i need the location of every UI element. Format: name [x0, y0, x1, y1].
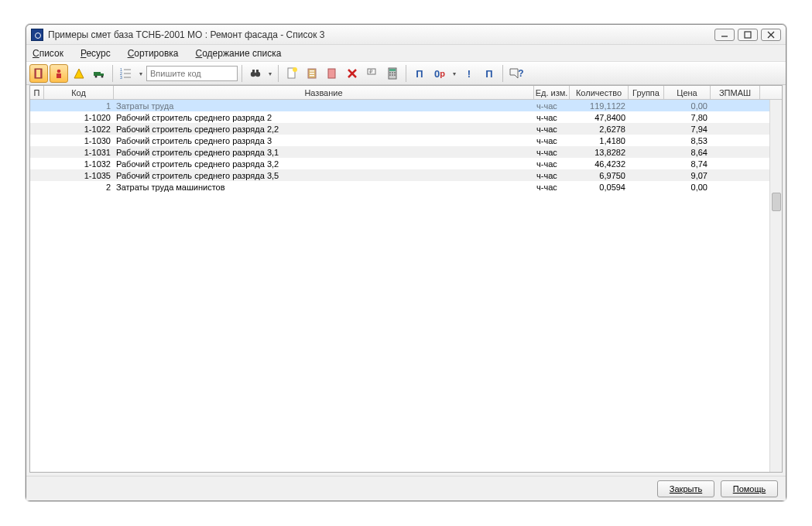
- tool-newdoc-icon[interactable]: [283, 64, 301, 83]
- cell-unit: ч-час: [534, 159, 570, 169]
- scroll-thumb[interactable]: [772, 193, 781, 211]
- cell-code: 1-1031: [44, 148, 114, 157]
- svg-rect-27: [310, 75, 314, 77]
- tool-ruble-flag-icon[interactable]: ₽: [363, 64, 382, 83]
- svg-rect-1: [745, 32, 751, 38]
- cell-qty: 46,4232: [570, 159, 629, 169]
- app-window: Примеры смет база ТСНБ-2001 МО : Ремонт …: [26, 24, 786, 501]
- cell-unit: ч-час: [534, 101, 570, 111]
- table-row[interactable]: 1-1030Рабочий строитель среднего разряда…: [30, 135, 782, 146]
- tool-bang-button[interactable]: !: [460, 64, 478, 83]
- close-dialog-button[interactable]: Закрыть: [657, 480, 714, 497]
- svg-rect-35: [389, 72, 391, 73]
- cell-price: 7,80: [664, 113, 711, 122]
- cell-name: Рабочий строитель среднего разряда 3,2: [114, 159, 534, 169]
- cell-qty: 119,1122: [570, 101, 629, 111]
- col-name[interactable]: Название: [114, 86, 534, 99]
- col-price[interactable]: Цена: [664, 86, 711, 99]
- cell-qty: 2,6278: [570, 125, 629, 134]
- maximize-button[interactable]: [738, 29, 758, 41]
- svg-rect-37: [394, 72, 396, 73]
- col-qty[interactable]: Количество: [570, 86, 629, 99]
- col-p[interactable]: П: [30, 86, 44, 99]
- minimize-button[interactable]: [714, 29, 735, 41]
- vertical-scrollbar[interactable]: [769, 100, 782, 472]
- help-button[interactable]: Помощь: [721, 480, 778, 497]
- col-code[interactable]: Код: [44, 86, 114, 99]
- tool-help-button[interactable]: ?: [507, 64, 526, 83]
- cell-name: Затраты труда машинистов: [114, 183, 534, 192]
- cell-qty: 6,9750: [570, 171, 629, 180]
- svg-rect-36: [392, 72, 393, 73]
- tool-numbered-list-icon[interactable]: 123: [117, 64, 135, 83]
- tool-clipboard-icon[interactable]: [303, 64, 321, 83]
- svg-rect-34: [389, 69, 396, 71]
- table-row[interactable]: 2Затраты труда машинистовч-час0,05940,00: [30, 181, 782, 193]
- cell-unit: ч-час: [534, 183, 570, 192]
- cell-code: 1-1030: [44, 136, 114, 145]
- tool-person-icon[interactable]: [50, 64, 68, 83]
- svg-rect-38: [389, 74, 391, 76]
- cell-qty: 1,4180: [570, 136, 629, 145]
- menu-content[interactable]: Содержание списка: [196, 48, 282, 59]
- toolbar-separator: [242, 65, 242, 82]
- tool-zero-rub-button[interactable]: 0р: [430, 64, 449, 83]
- dropdown-icon[interactable]: ▾: [451, 70, 458, 77]
- cell-code: 1-1020: [44, 113, 114, 122]
- titlebar: Примеры смет база ТСНБ-2001 МО : Ремонт …: [26, 25, 786, 45]
- close-button[interactable]: [761, 29, 781, 41]
- dropdown-icon[interactable]: ▾: [266, 70, 274, 77]
- cell-code: 2: [44, 183, 114, 192]
- tool-warning-icon[interactable]: [70, 64, 88, 83]
- cell-name: Рабочий строитель среднего разряда 2,2: [114, 125, 534, 134]
- cell-name: Рабочий строитель среднего разряда 3,5: [114, 171, 534, 180]
- cell-name: Рабочий строитель среднего разряда 2: [114, 113, 534, 122]
- table-row[interactable]: 1-1035Рабочий строитель среднего разряда…: [30, 169, 782, 181]
- col-zp[interactable]: ЗПМАШ: [711, 86, 760, 99]
- tool-delete-icon[interactable]: [343, 64, 361, 83]
- table-row[interactable]: 1-1022Рабочий строитель среднего разряда…: [30, 123, 782, 135]
- svg-rect-28: [328, 69, 335, 78]
- svg-rect-21: [256, 70, 259, 72]
- tool-calculator-icon[interactable]: [383, 64, 402, 83]
- toolbar-separator: [278, 65, 279, 82]
- svg-rect-26: [310, 73, 314, 74]
- tool-pi2-button[interactable]: П: [480, 64, 499, 83]
- cell-code: 1-1022: [44, 125, 114, 134]
- minimize-icon: [721, 31, 728, 39]
- close-icon: [767, 31, 775, 39]
- menu-sort[interactable]: Сортировка: [128, 48, 179, 59]
- tool-sheet-icon[interactable]: [323, 64, 341, 83]
- svg-rect-7: [57, 73, 61, 78]
- cell-price: 7,94: [664, 125, 711, 134]
- col-group[interactable]: Группа: [629, 86, 664, 99]
- table-row[interactable]: 1-1032Рабочий строитель среднего разряда…: [30, 158, 782, 169]
- svg-rect-39: [392, 74, 393, 76]
- col-unit[interactable]: Ед. изм.: [534, 86, 570, 99]
- menu-resurs[interactable]: Ресурс: [81, 48, 111, 59]
- dropdown-icon[interactable]: ▾: [137, 70, 145, 77]
- code-input[interactable]: [146, 66, 238, 81]
- svg-rect-40: [394, 74, 396, 76]
- tool-binoculars-icon[interactable]: [246, 64, 265, 83]
- svg-point-19: [255, 72, 260, 77]
- cell-unit: ч-час: [534, 171, 570, 180]
- cell-name: Затраты труда: [114, 101, 534, 111]
- menubar: Список Ресурс Сортировка Содержание спис…: [26, 45, 786, 62]
- cell-price: 0,00: [664, 183, 711, 192]
- menu-spisok[interactable]: Список: [33, 48, 63, 59]
- cell-price: 0,00: [664, 101, 711, 111]
- svg-point-6: [57, 70, 61, 73]
- table-row[interactable]: 1-1031Рабочий строитель среднего разряда…: [30, 146, 782, 158]
- cell-code: 1-1032: [44, 159, 114, 169]
- tool-pi-button[interactable]: П: [410, 64, 429, 83]
- tool-door-icon[interactable]: [29, 64, 48, 83]
- cell-unit: ч-час: [534, 113, 570, 122]
- tool-truck-icon[interactable]: [90, 64, 108, 83]
- cell-name: Рабочий строитель среднего разряда 3: [114, 136, 534, 145]
- table-row[interactable]: 1-1020Рабочий строитель среднего разряда…: [30, 111, 782, 123]
- table-body: 1Затраты трудач-час119,11220,001-1020Раб…: [30, 100, 782, 193]
- footer: Закрыть Помощь: [26, 476, 786, 500]
- app-icon: [31, 29, 43, 41]
- table-row[interactable]: 1Затраты трудач-час119,11220,00: [30, 100, 782, 111]
